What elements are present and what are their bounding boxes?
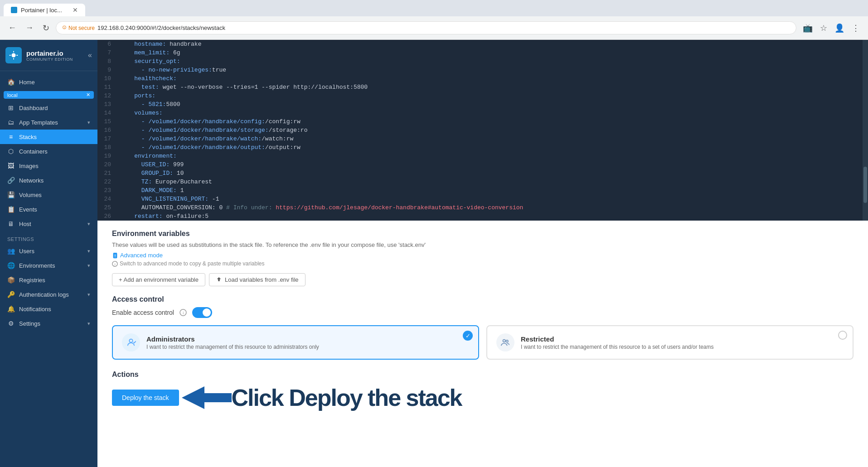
env-vars-section: Environment variables These values will … bbox=[112, 230, 853, 286]
sidebar-item-home[interactable]: 🏠 Home bbox=[0, 75, 97, 89]
sidebar-item-auth-logs[interactable]: 🔑 Authentication logs ▾ bbox=[0, 287, 97, 302]
admins-card[interactable]: Administrators I want to restrict the ma… bbox=[112, 325, 479, 360]
tab-title: Portainer | loc... bbox=[21, 7, 62, 14]
actions-title: Actions bbox=[112, 371, 853, 379]
sidebar-collapse-btn[interactable]: « bbox=[88, 51, 92, 59]
code-line: 11 test: wget --no-verbose --tries=1 --s… bbox=[97, 83, 868, 91]
code-line: 17 - /volume1/docker/handbrake/watch:/wa… bbox=[97, 135, 868, 143]
admins-card-text: Administrators I want to restrict the ma… bbox=[146, 335, 319, 350]
users-icon: 👥 bbox=[7, 247, 15, 255]
sidebar-item-containers[interactable]: ⬡ Containers bbox=[0, 144, 97, 159]
code-line: 20 USER_ID: 999 bbox=[97, 160, 868, 169]
restricted-card[interactable]: Restricted I want to restrict the manage… bbox=[486, 325, 853, 360]
bookmark-btn[interactable]: ☆ bbox=[817, 21, 830, 35]
restricted-card-text: Restricted I want to restrict the manage… bbox=[521, 335, 714, 350]
toolbar-actions: 📺 ☆ 👤 ⋮ bbox=[800, 21, 863, 35]
toggle-row: Enable access control i bbox=[112, 307, 853, 318]
code-editor-wrapper: 6 hostname: handbrake7 mem_limit: 6g8 se… bbox=[97, 40, 868, 221]
browser-tab[interactable]: Portainer | loc... ✕ bbox=[4, 4, 85, 16]
local-environment: local ✕ bbox=[4, 91, 94, 99]
local-label: local bbox=[7, 92, 18, 98]
code-line: 19 environment: bbox=[97, 152, 868, 160]
code-line: 26 restart: on-failure:5 bbox=[97, 212, 868, 221]
code-line: 15 - /volume1/docker/handbrake/config:/c… bbox=[97, 117, 868, 126]
settings-icon: ⚙ bbox=[7, 320, 15, 327]
sidebar-item-networks[interactable]: 🔗 Networks bbox=[0, 173, 97, 188]
forward-btn[interactable]: → bbox=[23, 21, 36, 34]
host-icon: 🖥 bbox=[7, 220, 15, 227]
access-toggle[interactable] bbox=[192, 307, 212, 318]
code-line: 14 volumes: bbox=[97, 109, 868, 117]
sidebar-item-registries[interactable]: 📦 Registries bbox=[0, 273, 97, 287]
arrow-annotation: Deploy the stack Click Deploy the stack bbox=[112, 384, 853, 411]
sidebar-label-images: Images bbox=[19, 163, 39, 169]
load-env-file-btn[interactable]: Load variables from .env file bbox=[209, 273, 305, 286]
registries-icon: 📦 bbox=[7, 276, 15, 284]
sidebar-item-environments[interactable]: 🌐 Environments ▾ bbox=[0, 258, 97, 273]
sidebar-item-dashboard[interactable]: ⊞ Dashboard bbox=[0, 101, 97, 115]
svg-text:i: i bbox=[183, 311, 184, 315]
sidebar-label-registries: Registries bbox=[19, 277, 45, 284]
logo-icon bbox=[5, 47, 22, 63]
sidebar-label-events: Events bbox=[19, 206, 37, 213]
restricted-card-desc: I want to restrict the management of thi… bbox=[521, 344, 714, 350]
environments-icon: 🌐 bbox=[7, 262, 15, 269]
content-area: Environment variables These values will … bbox=[97, 221, 868, 426]
deploy-stack-btn[interactable]: Deploy the stack bbox=[112, 390, 179, 406]
env-vars-desc: These values will be used as substitutio… bbox=[112, 241, 853, 248]
networks-icon: 🔗 bbox=[7, 177, 15, 184]
sidebar-logo: portainer.io Community Edition « bbox=[0, 40, 97, 71]
refresh-btn[interactable]: ↻ bbox=[40, 21, 52, 35]
address-bar[interactable]: Not secure 192.168.0.240:9000/#!/2/docke… bbox=[56, 21, 796, 34]
sidebar-item-settings[interactable]: ⚙ Settings ▾ bbox=[0, 316, 97, 331]
sidebar-item-app-templates[interactable]: 🗂 App Templates ▾ bbox=[0, 115, 97, 130]
add-env-var-btn[interactable]: + Add an environment variable bbox=[112, 273, 205, 286]
click-label: Click Deploy the stack bbox=[232, 384, 462, 411]
profile-btn[interactable]: 👤 bbox=[832, 21, 847, 35]
tab-close-btn[interactable]: ✕ bbox=[73, 6, 78, 14]
sidebar-item-stacks[interactable]: ≡ Stacks bbox=[0, 130, 97, 144]
code-line: 25 AUTOMATED_CONVERSION: 0 # Info under:… bbox=[97, 203, 868, 212]
advanced-mode-link[interactable]: Advanced mode bbox=[112, 252, 853, 259]
app-templates-icon: 🗂 bbox=[7, 119, 15, 126]
back-btn[interactable]: ← bbox=[5, 21, 19, 34]
app-templates-arrow: ▾ bbox=[87, 120, 90, 125]
restricted-card-icon bbox=[496, 333, 514, 351]
sidebar-item-users[interactable]: 👥 Users ▾ bbox=[0, 244, 97, 258]
sidebar-item-host[interactable]: 🖥 Host ▾ bbox=[0, 217, 97, 231]
sidebar-label-home: Home bbox=[19, 79, 35, 86]
code-editor: 6 hostname: handbrake7 mem_limit: 6g8 se… bbox=[97, 40, 868, 221]
code-line: 23 DARK_MODE: 1 bbox=[97, 186, 868, 195]
sidebar-nav: 🏠 Home local ✕ ⊞ Dashboard 🗂 App Templat… bbox=[0, 71, 97, 467]
tab-favicon bbox=[11, 7, 17, 13]
logo-text: portainer.io Community Edition bbox=[26, 49, 73, 62]
logo-title: portainer.io bbox=[26, 49, 73, 57]
svg-marker-8 bbox=[182, 386, 232, 409]
sidebar-item-volumes[interactable]: 💾 Volumes bbox=[0, 188, 97, 202]
stacks-icon: ≡ bbox=[7, 133, 15, 140]
click-arrow-icon bbox=[177, 384, 232, 411]
admins-card-title: Administrators bbox=[146, 335, 319, 343]
code-line: 9 - no-new-privileges:true bbox=[97, 66, 868, 74]
advanced-mode-label: Advanced mode bbox=[120, 252, 163, 259]
notifications-icon: 🔔 bbox=[7, 305, 15, 313]
editor-scrollbar[interactable] bbox=[863, 40, 868, 221]
scrollbar-thumb[interactable] bbox=[863, 167, 867, 203]
menu-btn[interactable]: ⋮ bbox=[849, 21, 863, 35]
code-line: 24 VNC_LISTENING_PORT: -1 bbox=[97, 195, 868, 203]
sidebar-item-notifications[interactable]: 🔔 Notifications bbox=[0, 302, 97, 316]
sidebar-item-events[interactable]: 📋 Events bbox=[0, 202, 97, 217]
users-arrow: ▾ bbox=[87, 248, 90, 254]
code-line: 8 security_opt: bbox=[97, 57, 868, 66]
main-content: 6 hostname: handbrake7 mem_limit: 6g8 se… bbox=[97, 40, 868, 467]
enable-access-label: Enable access control bbox=[112, 309, 174, 316]
volumes-icon: 💾 bbox=[7, 191, 15, 198]
svg-point-6 bbox=[503, 340, 506, 342]
local-close-btn[interactable]: ✕ bbox=[86, 92, 90, 98]
sidebar-item-images[interactable]: 🖼 Images bbox=[0, 159, 97, 173]
svg-point-7 bbox=[506, 340, 508, 342]
sidebar-label-dashboard: Dashboard bbox=[19, 105, 48, 111]
sidebar-label-networks: Networks bbox=[19, 177, 44, 184]
cast-btn[interactable]: 📺 bbox=[800, 21, 815, 35]
code-line: 13 - 5821:5800 bbox=[97, 100, 868, 109]
